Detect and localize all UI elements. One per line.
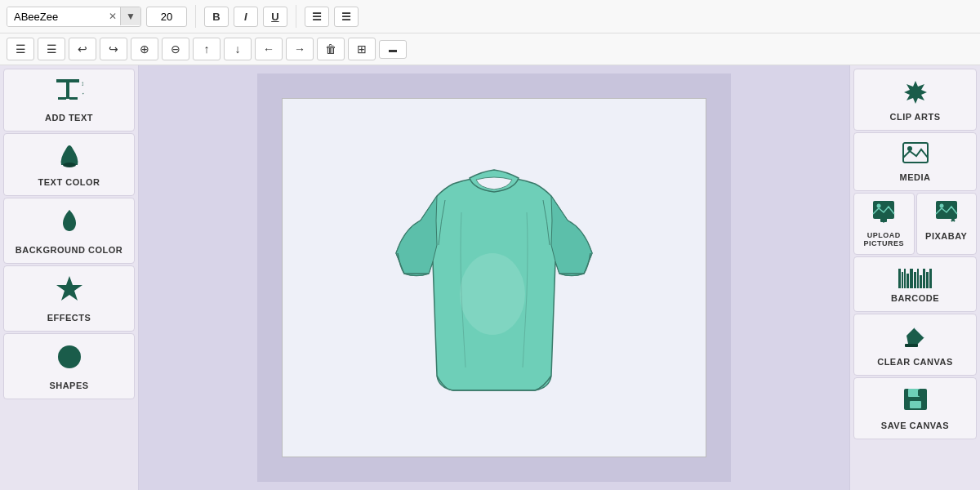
sidebar-item-save-canvas[interactable]: SAVE CANVAS <box>853 377 977 439</box>
svg-rect-2 <box>58 97 66 100</box>
left-sidebar: ↕ ↔ ADD TEXT TEXT COLOR BACKGROUND CO <box>0 65 139 490</box>
svg-rect-20 <box>908 389 920 397</box>
svg-point-17 <box>939 204 943 208</box>
svg-rect-1 <box>66 82 69 99</box>
upload-pictures-icon <box>872 200 895 226</box>
clear-canvas-icon <box>902 323 929 352</box>
svg-point-8 <box>58 345 81 368</box>
undo-button[interactable]: ↩ <box>69 38 96 60</box>
svg-rect-3 <box>69 97 78 100</box>
svg-rect-22 <box>918 390 921 396</box>
sidebar-item-text-color[interactable]: TEXT COLOR <box>3 133 135 196</box>
move-left-button[interactable]: ← <box>255 38 283 60</box>
redo-button[interactable]: ↪ <box>100 38 127 60</box>
pixabay-icon <box>935 200 958 226</box>
svg-point-6 <box>63 163 76 167</box>
underline-button[interactable]: U <box>263 7 287 27</box>
zoom-in-button[interactable]: ⊕ <box>131 38 158 60</box>
font-size-input[interactable] <box>146 7 187 27</box>
second-toolbar: ☰ ☰ ↩ ↪ ⊕ ⊖ ↑ ↓ ← → 🗑 ⊞ ▬ <box>0 33 980 65</box>
text-align-center-button[interactable]: ☰ <box>38 38 65 60</box>
svg-text:↕: ↕ <box>81 80 84 87</box>
right-sidebar: CLIP ARTS MEDIA <box>849 65 980 490</box>
rect-button[interactable]: ▬ <box>379 40 407 59</box>
effects-icon <box>55 274 84 308</box>
zoom-out-button[interactable]: ⊖ <box>162 38 189 60</box>
toolbar-separator-2 <box>296 5 296 28</box>
font-dropdown-button[interactable]: ▼ <box>120 7 140 25</box>
barcode-label: BARCODE <box>891 293 939 303</box>
svg-point-11 <box>907 146 912 151</box>
media-label: MEDIA <box>900 172 931 182</box>
canvas-inner[interactable] <box>282 98 706 457</box>
clip-arts-icon <box>902 78 929 107</box>
align-left-button[interactable]: ☰ <box>305 7 329 27</box>
font-name-input[interactable] <box>7 7 105 26</box>
sidebar-item-background-color[interactable]: BACKGROUND COLOR <box>3 198 135 264</box>
pixabay-label: PIXABAY <box>925 231 967 241</box>
bold-button[interactable]: B <box>204 7 229 27</box>
svg-text:↔: ↔ <box>81 90 84 97</box>
sidebar-item-effects[interactable]: EFFECTS <box>3 265 135 332</box>
italic-button[interactable]: I <box>234 7 258 27</box>
font-close-button[interactable]: ✕ <box>105 7 120 25</box>
sidebar-item-clip-arts[interactable]: CLIP ARTS <box>853 69 977 131</box>
canvas-wrapper <box>257 74 731 482</box>
sidebar-item-add-text[interactable]: ↕ ↔ ADD TEXT <box>3 69 135 131</box>
save-canvas-icon <box>902 386 929 416</box>
effects-label: EFFECTS <box>47 313 91 323</box>
svg-rect-21 <box>910 401 921 408</box>
toolbar-separator-1 <box>195 5 196 28</box>
upload-pixabay-row: UPLOAD PICTURES PIXABAY <box>853 193 977 255</box>
move-down-button[interactable]: ↓ <box>224 38 252 60</box>
sidebar-item-clear-canvas[interactable]: CLEAR CANVAS <box>853 314 977 376</box>
clear-canvas-label: CLEAR CANVAS <box>877 357 953 367</box>
move-up-button[interactable]: ↑ <box>193 38 220 60</box>
save-canvas-label: SAVE CANVAS <box>881 421 949 430</box>
svg-rect-18 <box>905 344 918 347</box>
svg-rect-0 <box>56 79 79 82</box>
move-right-button[interactable]: → <box>286 38 314 60</box>
barcode-icon <box>898 265 932 288</box>
sidebar-item-shapes[interactable]: SHAPES <box>3 333 135 399</box>
shapes-icon <box>55 342 84 376</box>
media-icon <box>902 141 929 167</box>
clip-arts-label: CLIP ARTS <box>890 112 941 122</box>
shapes-label: SHAPES <box>49 381 88 390</box>
grid-button[interactable]: ⊞ <box>348 38 376 60</box>
svg-point-13 <box>877 204 881 208</box>
svg-point-9 <box>460 253 525 335</box>
background-color-label: BACKGROUND COLOR <box>16 245 122 255</box>
font-select-wrap: ✕ ▼ <box>7 7 141 27</box>
add-text-label: ADD TEXT <box>45 113 93 122</box>
delete-button[interactable]: 🗑 <box>317 38 345 60</box>
upload-pictures-label: UPLOAD PICTURES <box>858 231 911 247</box>
sidebar-item-upload-pictures[interactable]: UPLOAD PICTURES <box>853 193 915 255</box>
align-right-button[interactable]: ☰ <box>334 7 359 27</box>
text-color-icon <box>55 142 84 172</box>
sidebar-item-barcode[interactable]: BARCODE <box>853 256 977 312</box>
sidebar-item-media[interactable]: MEDIA <box>853 132 977 191</box>
add-text-icon: ↕ ↔ <box>55 78 84 108</box>
svg-marker-7 <box>56 276 82 301</box>
top-toolbar: ✕ ▼ B I U ☰ ☰ <box>0 0 980 33</box>
text-color-label: TEXT COLOR <box>38 177 100 187</box>
canvas-area <box>139 65 849 490</box>
sidebar-item-pixabay[interactable]: PIXABAY <box>916 193 978 255</box>
main-area: ↕ ↔ ADD TEXT TEXT COLOR BACKGROUND CO <box>0 65 980 490</box>
text-align-left-button[interactable]: ☰ <box>7 38 34 60</box>
background-color-icon <box>55 207 84 240</box>
